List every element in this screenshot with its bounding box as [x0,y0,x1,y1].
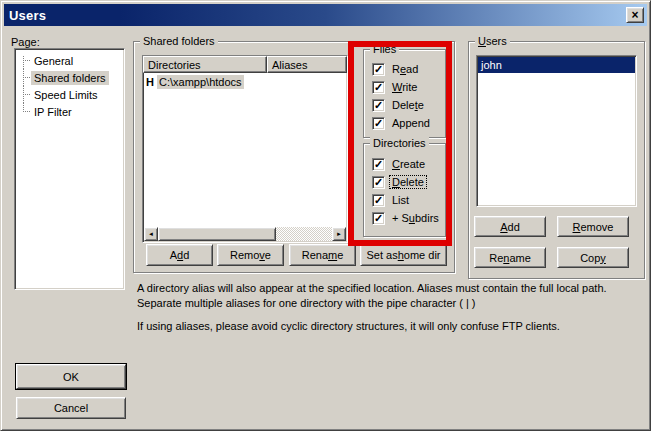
checkbox-label: Write [390,81,419,93]
checkbox-files-write[interactable]: ✓ Write [364,78,445,96]
check-icon: ✓ [374,177,383,187]
checkbox-files-read[interactable]: ✓ Read [364,60,445,78]
checkbox-box: ✓ [372,99,385,112]
checkbox-label: Create [390,158,427,170]
users-group-label: Users [475,35,510,47]
close-icon: × [631,9,638,21]
tree-connector [20,103,31,120]
titlebar[interactable]: Users × [4,4,647,26]
checkbox-label: List [390,194,411,206]
check-icon: ✓ [374,100,383,110]
directories-group-label: Directories [370,137,429,149]
check-icon: ✓ [374,64,383,74]
page-label: Page: [11,36,40,48]
checkbox-box: ✓ [372,81,385,94]
scroll-left-button[interactable]: ◄ [144,227,158,241]
column-header-aliases[interactable]: Aliases [267,56,347,73]
checkbox-label: Delete [390,176,426,188]
list-header: Directories Aliases [143,56,347,73]
directories-permissions-group: Directories ✓ Create ✓ Delete ✓ List ✓ +… [363,143,446,237]
checkbox-box: ✓ [372,212,385,225]
checkbox-dirs-list[interactable]: ✓ List [364,191,445,209]
scroll-right-button[interactable]: ► [332,227,346,241]
sidebar-item-ip-filter[interactable]: IP Filter [15,103,124,120]
files-group-label: Files [370,43,399,55]
directories-list: Directories Aliases H C:\xampp\htdocs ◄ … [142,55,348,243]
arrow-right-icon: ► [336,231,342,237]
checkbox-dirs-delete[interactable]: ✓ Delete [364,173,445,191]
home-dir-marker: H [143,76,157,88]
close-button[interactable]: × [626,7,644,23]
shared-folders-group-label: Shared folders [140,35,218,47]
page-tree: General Shared folders Speed Limits IP F… [14,48,125,290]
check-icon: ✓ [374,118,383,128]
tree-connector [20,52,31,69]
set-as-home-dir-button[interactable]: Set as home dir [360,244,447,266]
add-user-button[interactable]: Add [474,216,546,237]
window-title: Users [9,8,46,23]
rename-user-button[interactable]: Rename [474,247,546,268]
sidebar-item-general[interactable]: General [15,52,124,69]
remove-directory-button[interactable]: Remove [217,244,284,266]
checkbox-dirs-subdirs[interactable]: ✓ + Subdirs [364,209,445,227]
check-icon: ✓ [374,82,383,92]
alias-note-text: A directory alias will also appear at th… [137,281,651,311]
horizontal-scrollbar[interactable]: ◄ ► [144,227,346,241]
check-icon: ✓ [374,195,383,205]
users-list: john [476,55,637,207]
checkbox-box: ✓ [372,63,385,76]
ok-button[interactable]: OK [16,364,126,389]
checkbox-label: + Subdirs [390,212,441,224]
copy-user-button[interactable]: Copy [557,247,629,268]
cancel-button[interactable]: Cancel [16,397,126,419]
directory-path: C:\xampp\htdocs [157,75,244,89]
arrow-left-icon: ◄ [148,231,154,237]
check-icon: ✓ [374,159,383,169]
check-icon: ✓ [374,213,383,223]
files-permissions-group: Files ✓ Read ✓ Write ✓ Delete ✓ Append [363,49,446,138]
checkbox-box: ✓ [372,176,385,189]
remove-user-button[interactable]: Remove [557,216,629,237]
sidebar-item-speed-limits[interactable]: Speed Limits [15,86,124,103]
rename-directory-button[interactable]: Rename [289,244,356,266]
checkbox-box: ✓ [372,117,385,130]
checkbox-label: Append [390,117,432,129]
checkbox-files-append[interactable]: ✓ Append [364,114,445,132]
checkbox-dirs-create[interactable]: ✓ Create [364,155,445,173]
checkbox-box: ✓ [372,194,385,207]
tree-connector [20,86,31,103]
column-header-directories[interactable]: Directories [143,56,267,73]
checkbox-label: Delete [390,99,426,111]
cyclic-note-text: If using aliases, please avoid cyclic di… [137,319,651,334]
table-row[interactable]: H C:\xampp\htdocs [143,73,347,90]
list-item-user-john[interactable]: john [478,57,635,73]
checkbox-label: Read [390,63,420,75]
users-dialog: Users × Page: General Shared folders Spe… [0,0,651,431]
scrollbar-thumb[interactable] [158,227,276,241]
checkbox-box: ✓ [372,158,385,171]
checkbox-files-delete[interactable]: ✓ Delete [364,96,445,114]
sidebar-item-shared-folders[interactable]: Shared folders [15,69,124,86]
add-directory-button[interactable]: Add [146,244,213,266]
tree-connector [20,69,31,86]
alias-notes: A directory alias will also appear at th… [137,281,651,342]
